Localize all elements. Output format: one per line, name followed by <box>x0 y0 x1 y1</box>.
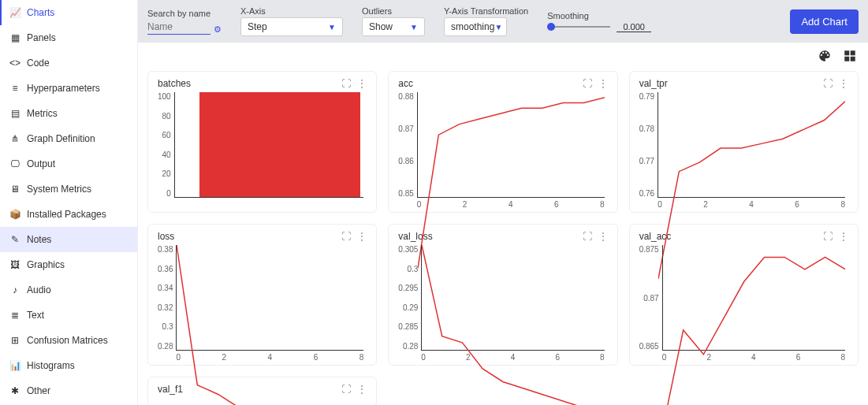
ytick: 80 <box>162 112 171 121</box>
ytick: 0.295 <box>398 284 418 292</box>
ytick: 0.79 <box>639 92 654 101</box>
ytrans-group: Y-Axis Transformation smoothing ▼ <box>444 6 528 36</box>
ytick: 0.34 <box>158 284 173 292</box>
sidebar-item-metrics[interactable]: ▤Metrics <box>0 101 137 126</box>
xtick: 8 <box>600 200 605 209</box>
ytrans-select[interactable]: smoothing ▼ <box>444 17 507 36</box>
smoothing-value: 0.000 <box>617 22 651 32</box>
histograms-icon: 📊 <box>9 360 20 371</box>
sidebar-item-label: Charts <box>27 7 54 18</box>
sidebar-item-installed-packages[interactable]: 📦Installed Packages <box>0 202 137 227</box>
xtick: 6 <box>314 353 319 362</box>
outliers-label: Outliers <box>362 6 425 16</box>
ytick: 20 <box>162 169 171 178</box>
sidebar-item-charts[interactable]: 📈Charts <box>0 0 137 25</box>
ytick: 0.3 <box>407 265 418 273</box>
sidebar-item-graph-definition[interactable]: ⋔Graph Definition <box>0 126 137 151</box>
sidebar-item-system-metrics[interactable]: 🖥System Metrics <box>0 176 137 202</box>
ytick: 0.36 <box>158 265 173 273</box>
xaxis-select[interactable]: Step ▼ <box>240 17 343 36</box>
xtick: 6 <box>795 200 799 209</box>
ytrans-value: smoothing <box>451 21 494 32</box>
chart-card-acc: acc⛶⋮0.880.870.860.8502468 <box>388 71 617 213</box>
xtick: 4 <box>509 200 513 209</box>
chart-card-val_tpr: val_tpr⛶⋮0.790.780.770.7602468 <box>629 71 859 213</box>
add-chart-button[interactable]: Add Chart <box>790 9 859 34</box>
more-icon[interactable]: ⋮ <box>839 78 848 89</box>
sidebar-item-graphics[interactable]: 🖼Graphics <box>0 252 137 277</box>
ytick: 0.3 <box>162 322 173 331</box>
xtick: 2 <box>466 353 471 362</box>
xtick: 6 <box>554 200 559 209</box>
ytick: 0.28 <box>158 342 173 351</box>
audio-icon: ♪ <box>9 284 20 295</box>
expand-icon[interactable]: ⛶ <box>823 78 833 89</box>
xtick: 8 <box>600 353 605 362</box>
notes-icon: ✎ <box>9 234 20 245</box>
ytick: 0.38 <box>158 245 173 254</box>
charts-grid: batches⛶⋮100806040200acc⛶⋮0.880.870.860.… <box>138 63 868 405</box>
sidebar-item-label: Panels <box>27 32 56 43</box>
expand-icon[interactable]: ⛶ <box>341 231 351 242</box>
sidebar-item-label: Hyperparameters <box>27 83 100 94</box>
xtick: 2 <box>706 353 711 362</box>
search-label: Search by name <box>147 9 222 18</box>
xtick: 0 <box>662 353 667 362</box>
ytick: 0.29 <box>403 303 418 312</box>
grid-layout-icon[interactable] <box>843 49 857 63</box>
gear-icon[interactable]: ⚙ <box>214 24 222 35</box>
smoothing-slider[interactable] <box>547 23 610 31</box>
more-icon[interactable]: ⋮ <box>357 231 367 242</box>
palette-icon[interactable] <box>818 49 832 63</box>
xtick: 0 <box>421 353 426 362</box>
hyperparameters-icon: ≡ <box>9 83 20 94</box>
outliers-group: Outliers Show ▼ <box>362 6 425 36</box>
xtick: 0 <box>658 200 662 209</box>
xtick: 4 <box>511 353 516 362</box>
xtick: 8 <box>840 353 845 362</box>
sidebar-item-hyperparameters[interactable]: ≡Hyperparameters <box>0 76 137 101</box>
more-icon[interactable]: ⋮ <box>357 78 367 89</box>
xtick: 2 <box>463 200 468 209</box>
sidebar-item-panels[interactable]: ▦Panels <box>0 25 137 50</box>
sidebar-item-confusion-matrices[interactable]: ⊞Confusion Matrices <box>0 328 137 353</box>
expand-icon[interactable]: ⛶ <box>341 78 351 89</box>
other-icon: ✱ <box>9 385 20 396</box>
xaxis-group: X-Axis Step ▼ <box>240 6 343 36</box>
sidebar-item-label: Audio <box>27 284 51 295</box>
outliers-value: Show <box>369 21 393 32</box>
chart-title: acc <box>398 78 413 89</box>
sidebar-item-text[interactable]: ≣Text <box>0 303 137 328</box>
outliers-select[interactable]: Show ▼ <box>362 17 425 36</box>
ytick: 0.305 <box>398 245 418 254</box>
sidebar-item-output[interactable]: 🖵Output <box>0 151 137 176</box>
installed-packages-icon: 📦 <box>9 209 20 220</box>
xaxis-value: Step <box>248 21 267 32</box>
sidebar-item-audio[interactable]: ♪Audio <box>0 277 137 303</box>
ytick: 0.86 <box>398 157 413 165</box>
main: Search by name ⚙ X-Axis Step ▼ Outliers … <box>138 0 868 405</box>
ytick: 0.87 <box>398 124 413 133</box>
xtick: 4 <box>749 200 754 209</box>
xaxis-label: X-Axis <box>240 6 343 16</box>
ytick: 100 <box>158 92 171 101</box>
sidebar-item-code[interactable]: <>Code <box>0 50 137 76</box>
sidebar-item-notes[interactable]: ✎Notes <box>0 227 137 252</box>
ytrans-label: Y-Axis Transformation <box>444 6 528 16</box>
sidebar-item-histograms[interactable]: 📊Histograms <box>0 353 137 378</box>
toolbar: Search by name ⚙ X-Axis Step ▼ Outliers … <box>138 0 868 43</box>
expand-icon[interactable]: ⛶ <box>583 78 592 89</box>
ytick: 0.87 <box>643 294 658 303</box>
search-input[interactable] <box>147 20 210 35</box>
secondary-toolbar <box>138 43 868 63</box>
more-icon[interactable]: ⋮ <box>598 78 608 89</box>
bar <box>199 92 360 197</box>
xtick: 4 <box>268 353 273 362</box>
code-icon: <> <box>9 58 20 69</box>
metrics-icon: ▤ <box>9 108 20 119</box>
sidebar-item-label: System Metrics <box>27 184 91 195</box>
sidebar-item-label: Other <box>27 385 50 396</box>
sidebar-item-other[interactable]: ✱Other <box>0 378 137 403</box>
chevron-down-icon: ▼ <box>328 23 336 32</box>
chart-card-batches: batches⛶⋮100806040200 <box>147 71 377 213</box>
